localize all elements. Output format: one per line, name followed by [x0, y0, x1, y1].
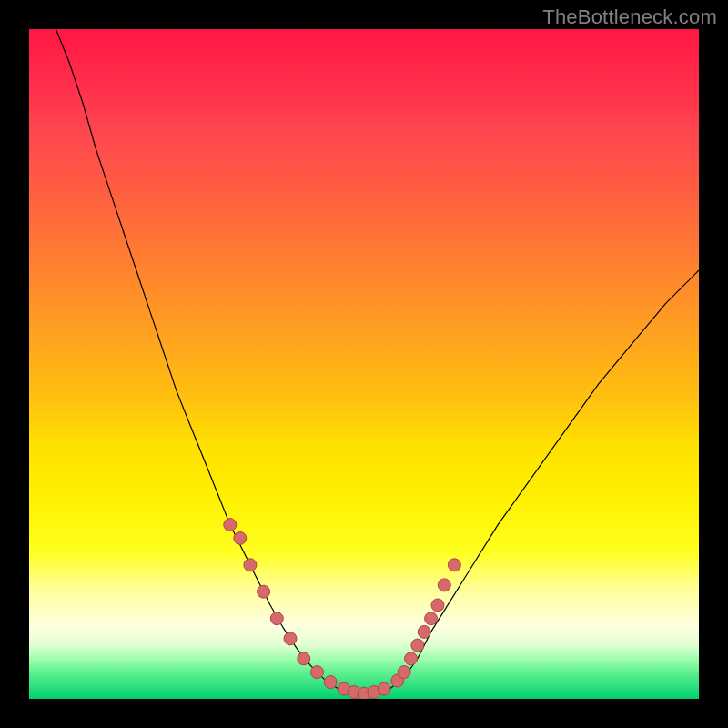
highlight-dot [431, 599, 444, 612]
highlight-dot [378, 682, 390, 695]
highlight-dot [398, 666, 410, 679]
chart-svg [29, 29, 699, 699]
highlight-dot [258, 585, 270, 598]
highlight-dot [298, 652, 310, 665]
highlight-dot [411, 639, 424, 652]
highlight-dot [418, 625, 430, 638]
highlight-dot [368, 686, 380, 699]
highlight-dot [358, 687, 370, 699]
highlight-dot [391, 674, 404, 687]
highlight-dot [311, 666, 324, 679]
highlight-dot [348, 686, 360, 699]
highlight-dot [338, 682, 350, 695]
highlight-dot [234, 531, 247, 544]
highlight-dot [224, 519, 237, 531]
highlight-dot [425, 612, 438, 625]
highlight-dot [284, 632, 297, 645]
highlight-dot [438, 579, 450, 592]
highlight-dot [244, 559, 257, 571]
bottleneck-curve [56, 29, 699, 695]
highlight-dot [270, 612, 283, 625]
highlight-dots [224, 519, 461, 699]
chart-plot-area [29, 29, 699, 699]
highlight-dot [405, 652, 418, 665]
highlight-dot [324, 676, 337, 689]
highlight-dot [448, 559, 460, 571]
watermark-text: TheBottleneck.com [542, 5, 717, 29]
